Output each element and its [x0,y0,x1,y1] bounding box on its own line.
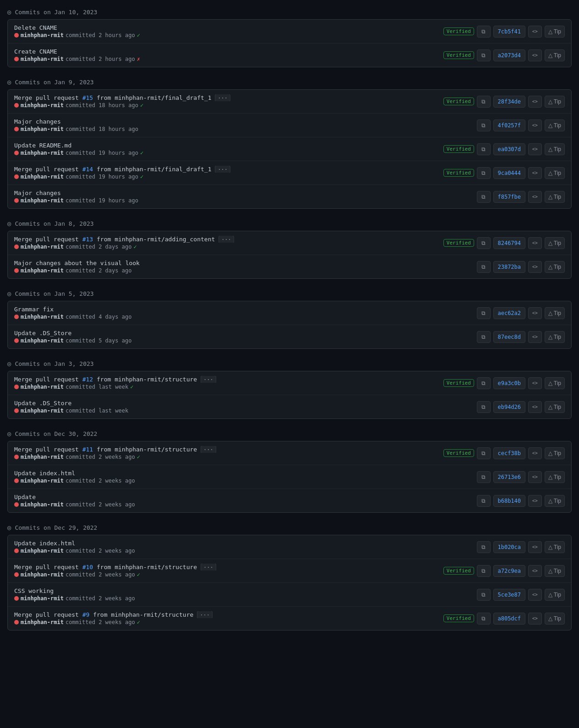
tip-button[interactable]: △Tip [545,589,565,601]
author-link[interactable]: minhphan-rmit [21,407,64,414]
copy-sha-button[interactable]: ⧉ [477,613,491,625]
browse-code-button[interactable]: <> [528,331,542,343]
browse-code-button[interactable]: <> [528,377,542,389]
author-link[interactable]: minhphan-rmit [21,150,64,156]
copy-sha-button[interactable]: ⧉ [477,307,491,319]
copy-sha-button[interactable]: ⧉ [477,167,491,179]
commit-hash-button[interactable]: a72c9ea [493,565,525,577]
author-link[interactable]: minhphan-rmit [21,314,64,320]
tip-button[interactable]: △Tip [545,471,565,483]
dots-button[interactable]: ··· [201,376,216,383]
tip-button[interactable]: △Tip [545,191,565,203]
copy-sha-button[interactable]: ⧉ [477,565,491,577]
dots-button[interactable]: ··· [197,611,213,618]
copy-sha-button[interactable]: ⧉ [477,26,491,38]
browse-code-button[interactable]: <> [528,26,542,38]
commit-hash-button[interactable]: 5ce3e87 [493,589,525,601]
tip-button[interactable]: △Tip [545,167,565,179]
dots-button[interactable]: ··· [218,236,234,243]
browse-code-button[interactable]: <> [528,589,542,601]
commit-hash-button[interactable]: 8246794 [493,237,525,249]
browse-code-button[interactable]: <> [528,401,542,413]
copy-sha-button[interactable]: ⧉ [477,191,491,203]
commit-hash-button[interactable]: 26713e6 [493,471,525,483]
copy-sha-button[interactable]: ⧉ [477,96,491,108]
browse-code-button[interactable]: <> [528,471,542,483]
dots-button[interactable]: ··· [215,94,230,101]
author-link[interactable]: minhphan-rmit [21,571,64,578]
copy-sha-button[interactable]: ⧉ [477,377,491,389]
pr-link[interactable]: #11 [82,446,93,453]
copy-sha-button[interactable]: ⧉ [477,143,491,155]
author-link[interactable]: minhphan-rmit [21,102,64,109]
tip-button[interactable]: △Tip [545,565,565,577]
dots-button[interactable]: ··· [215,166,230,173]
commit-hash-button[interactable]: a805dcf [493,613,525,625]
commit-hash-button[interactable]: e9a3c0b [493,377,525,389]
author-link[interactable]: minhphan-rmit [21,548,64,554]
commit-hash-button[interactable]: 4f0257f [493,120,525,131]
browse-code-button[interactable]: <> [528,49,542,61]
copy-sha-button[interactable]: ⧉ [477,120,491,131]
tip-button[interactable]: △Tip [545,143,565,155]
author-link[interactable]: minhphan-rmit [21,478,64,484]
dots-button[interactable]: ··· [201,446,216,453]
commit-hash-button[interactable]: b68b140 [493,495,525,507]
browse-code-button[interactable]: <> [528,237,542,249]
author-link[interactable]: minhphan-rmit [21,174,64,180]
commit-hash-button[interactable]: 7cb5f41 [493,26,525,38]
browse-code-button[interactable]: <> [528,541,542,553]
browse-code-button[interactable]: <> [528,307,542,319]
tip-button[interactable]: △Tip [545,96,565,108]
browse-code-button[interactable]: <> [528,167,542,179]
pr-link[interactable]: #10 [82,564,93,570]
commit-hash-button[interactable]: a2073d4 [493,49,525,61]
tip-button[interactable]: △Tip [545,613,565,625]
commit-hash-button[interactable]: 28f34de [493,96,525,108]
browse-code-button[interactable]: <> [528,447,542,459]
copy-sha-button[interactable]: ⧉ [477,471,491,483]
commit-hash-button[interactable]: cecf38b [493,447,525,459]
verified-badge[interactable]: Verified [443,169,474,177]
commit-hash-button[interactable]: f857fbe [493,191,525,203]
author-link[interactable]: minhphan-rmit [21,595,64,602]
verified-badge[interactable]: Verified [443,567,474,575]
tip-button[interactable]: △Tip [545,541,565,553]
author-link[interactable]: minhphan-rmit [21,126,64,132]
copy-sha-button[interactable]: ⧉ [477,541,491,553]
copy-sha-button[interactable]: ⧉ [477,401,491,413]
author-link[interactable]: minhphan-rmit [21,619,64,625]
tip-button[interactable]: △Tip [545,49,565,61]
browse-code-button[interactable]: <> [528,96,542,108]
tip-button[interactable]: △Tip [545,307,565,319]
copy-sha-button[interactable]: ⧉ [477,589,491,601]
browse-code-button[interactable]: <> [528,613,542,625]
commit-hash-button[interactable]: 1b020ca [493,541,525,553]
verified-badge[interactable]: Verified [443,239,474,247]
author-link[interactable]: minhphan-rmit [21,384,64,390]
browse-code-button[interactable]: <> [528,143,542,155]
author-link[interactable]: minhphan-rmit [21,267,64,274]
pr-link[interactable]: #14 [82,166,93,173]
tip-button[interactable]: △Tip [545,401,565,413]
pr-link[interactable]: #9 [82,611,90,618]
verified-badge[interactable]: Verified [443,27,474,35]
tip-button[interactable]: △Tip [545,377,565,389]
author-link[interactable]: minhphan-rmit [21,454,64,460]
author-link[interactable]: minhphan-rmit [21,337,64,344]
verified-badge[interactable]: Verified [443,98,474,105]
author-link[interactable]: minhphan-rmit [21,32,64,38]
commit-hash-button[interactable]: 87eec8d [493,331,525,343]
browse-code-button[interactable]: <> [528,261,542,273]
tip-button[interactable]: △Tip [545,237,565,249]
pr-link[interactable]: #15 [82,94,93,101]
copy-sha-button[interactable]: ⧉ [477,495,491,507]
tip-button[interactable]: △Tip [545,261,565,273]
copy-sha-button[interactable]: ⧉ [477,331,491,343]
verified-badge[interactable]: Verified [443,379,474,387]
tip-button[interactable]: △Tip [545,120,565,131]
tip-button[interactable]: △Tip [545,26,565,38]
author-link[interactable]: minhphan-rmit [21,56,64,62]
commit-hash-button[interactable]: ea0307d [493,143,525,155]
commit-hash-button[interactable]: eb94d26 [493,401,525,413]
